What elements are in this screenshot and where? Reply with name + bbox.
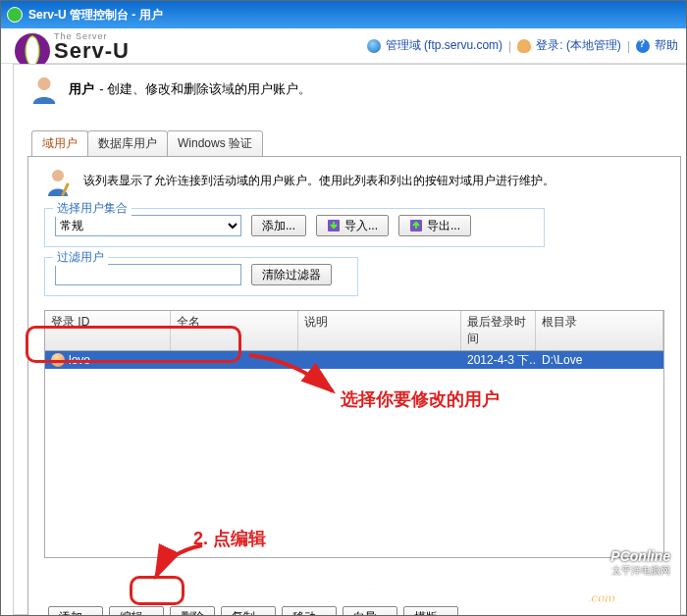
- intro-text: 该列表显示了允许连接到活动域的用户账户。使用此列表和列出的按钮对域用户进行维护。: [83, 167, 555, 189]
- svg-point-3: [52, 170, 64, 181]
- wizard-button[interactable]: 向导...: [343, 606, 397, 616]
- collection-legend: 选择用户集合: [53, 200, 132, 217]
- wizard-user-icon: [44, 167, 76, 198]
- help-icon: [636, 39, 650, 53]
- login-link[interactable]: 登录: (本地管理): [536, 37, 621, 54]
- page-header: 用户 - 创建、修改和删除该域的用户账户。: [29, 75, 681, 104]
- edit-button[interactable]: 编辑...: [109, 606, 164, 616]
- col-description[interactable]: 说明: [298, 311, 461, 350]
- svg-point-2: [37, 77, 50, 90]
- export-button[interactable]: 导出...: [398, 215, 471, 236]
- grid-body: love 2012-4-3 下... D:\Love: [45, 351, 663, 557]
- tab-database-users[interactable]: 数据库用户: [87, 130, 168, 157]
- svg-point-1: [26, 37, 38, 65]
- col-last-login[interactable]: 最后登录时间: [461, 311, 536, 350]
- import-icon: [327, 219, 341, 232]
- user-icon: [29, 75, 59, 104]
- delete-button[interactable]: 删除: [170, 606, 215, 616]
- manage-domain-link[interactable]: 管理域 (ftp.servu.com): [386, 37, 502, 54]
- logo: The Server Serv-U: [13, 22, 130, 71]
- top-links: 管理域 (ftp.servu.com) | 登录: (本地管理) | 帮助: [367, 37, 678, 54]
- filter-input[interactable]: [55, 264, 241, 285]
- grid-header: 登录 ID 全名 说明 最后登录时间 根目录: [45, 311, 663, 351]
- users-grid: 登录 ID 全名 说明 最后登录时间 根目录 love 2012-4-3 下..…: [44, 310, 664, 558]
- move-button[interactable]: 移动...: [282, 606, 337, 616]
- row-user-icon: [51, 353, 65, 367]
- col-root-dir[interactable]: 根目录: [536, 311, 663, 350]
- export-icon: [409, 219, 423, 232]
- template-button[interactable]: 模版...: [403, 606, 458, 616]
- tab-bar: 域用户 数据库用户 Windows 验证: [31, 130, 681, 157]
- clear-filter-button[interactable]: 清除过滤器: [251, 264, 332, 285]
- filter-legend: 过滤用户: [53, 249, 108, 266]
- copy-button[interactable]: 复制...: [221, 606, 276, 616]
- content-area: 用户 - 创建、修改和删除该域的用户账户。 域用户 数据库用户 Windows …: [13, 64, 687, 615]
- tab-windows-auth[interactable]: Windows 验证: [167, 130, 263, 157]
- person-icon: [517, 39, 531, 53]
- collection-fieldset: 选择用户集合 常规 添加... 导入... 导出...: [44, 208, 545, 247]
- separator: |: [627, 39, 630, 53]
- top-strip: The Server Serv-U 管理域 (ftp.servu.com) | …: [1, 28, 686, 64]
- filter-fieldset: 过滤用户 清除过滤器: [44, 257, 358, 296]
- help-link[interactable]: 帮助: [655, 37, 678, 54]
- intro-row: 该列表显示了允许连接到活动域的用户账户。使用此列表和列出的按钮对域用户进行维护。: [44, 167, 664, 198]
- import-button[interactable]: 导入...: [316, 215, 389, 236]
- logo-title: Serv-U: [54, 41, 130, 61]
- collection-select[interactable]: 常规: [55, 215, 241, 236]
- bottom-toolbar: 添加... 编辑... 删除 复制... 移动... 向导... 模版...: [48, 606, 458, 616]
- col-login-id[interactable]: 登录 ID: [45, 311, 171, 350]
- tab-domain-users[interactable]: 域用户: [31, 130, 88, 157]
- page-subtitle: - 创建、修改和删除该域的用户账户。: [99, 81, 311, 96]
- cell-last: 2012-4-3 下...: [461, 352, 536, 369]
- col-full-name[interactable]: 全名: [171, 311, 298, 350]
- page-title: 用户: [69, 81, 94, 96]
- table-row[interactable]: love 2012-4-3 下... D:\Love: [45, 351, 663, 369]
- tab-panel: 该列表显示了允许连接到活动域的用户账户。使用此列表和列出的按钮对域用户进行维护。…: [27, 156, 681, 616]
- globe-icon: [367, 39, 381, 53]
- cell-root: D:\Love: [536, 353, 663, 367]
- separator: |: [508, 39, 511, 53]
- add-button[interactable]: 添加...: [48, 606, 103, 616]
- cell-login: love: [69, 353, 90, 367]
- collection-add-button[interactable]: 添加...: [251, 215, 306, 236]
